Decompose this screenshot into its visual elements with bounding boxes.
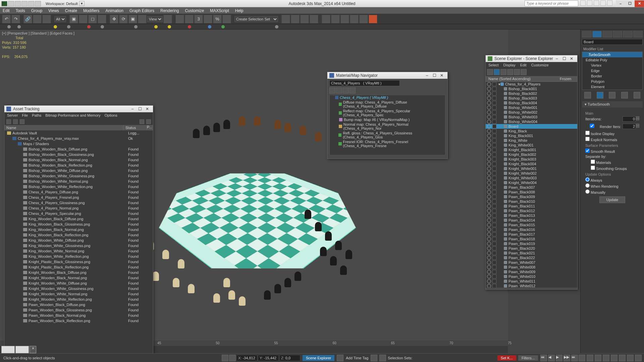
asset-row[interactable]: Knight_Wooden_White_Diffuse.pngFound xyxy=(4,281,153,286)
asset-row[interactable]: King_Wooden_Black_Normal.pngFound xyxy=(4,227,153,232)
minimize-button[interactable]: – xyxy=(616,0,625,7)
mod-element[interactable]: Element xyxy=(582,84,642,89)
bind-tool[interactable] xyxy=(42,15,51,23)
asset-row[interactable]: Knight_Wooden_White_Reflection.pngFound xyxy=(4,297,153,302)
percent-snap[interactable]: % xyxy=(213,15,222,23)
y-coord[interactable]: Y: -15,442 xyxy=(258,355,278,361)
asset-row[interactable]: Bishop_Wooden_Black_Normal.pngFound xyxy=(4,157,153,163)
object-name-input[interactable] xyxy=(582,39,643,45)
asset-row[interactable]: Knight_Wooden_White_Normal.pngFound xyxy=(4,291,153,297)
prev-frame[interactable]: ◀ xyxy=(548,355,555,361)
info-icon[interactable] xyxy=(587,0,592,6)
asset-row[interactable]: Chess_for_4_Players_max_vray.maxOk xyxy=(4,136,153,141)
scene-item[interactable]: Bishop_Black003 xyxy=(486,96,577,101)
at-tool[interactable] xyxy=(13,119,18,124)
at-refresh[interactable] xyxy=(140,119,144,124)
menu-group[interactable]: Group xyxy=(31,8,42,13)
at-menu-server[interactable]: Server xyxy=(7,113,18,117)
render-setup-tool[interactable] xyxy=(350,15,359,23)
unlink-tool[interactable] xyxy=(33,15,42,23)
scene-item[interactable]: Bishop_White003 xyxy=(486,115,577,119)
matnav-btn[interactable] xyxy=(350,87,356,94)
scene-item[interactable]: Pawn_Black015 xyxy=(486,223,577,227)
scene-item[interactable]: Pawn_Black022 xyxy=(486,255,577,260)
se-menu-edit[interactable]: Edit xyxy=(520,63,527,67)
viewport-all[interactable] xyxy=(603,355,609,361)
z-coord[interactable]: Z: 0,0 xyxy=(280,355,300,361)
asset-row[interactable]: King_Wooden_White_Reflection.pngFound xyxy=(4,254,153,259)
redo-tool[interactable]: ↷ xyxy=(11,15,20,23)
se-menu-display[interactable]: Display xyxy=(503,63,516,67)
material-row[interactable]: Normal map: Chess_4_Players_Normal (Ches… xyxy=(330,122,445,131)
modifier-stack[interactable]: TurboSmooth Editable Poly Vertex Edge Bo… xyxy=(582,52,643,90)
asset-tracking-window[interactable]: Asset Tracking – ☐ ✕ Server File Paths B… xyxy=(4,105,153,362)
se-maximize[interactable]: ☐ xyxy=(560,56,568,61)
open-btn[interactable] xyxy=(15,1,21,6)
filters-btn[interactable] xyxy=(371,355,377,361)
se-filter[interactable] xyxy=(507,69,513,75)
at-menu-bitmap[interactable]: Bitmap Performance and Memory xyxy=(45,113,100,117)
asset-row[interactable]: Bishop_Wooden_White_Normal.pngFound xyxy=(4,179,153,184)
spin-down[interactable] xyxy=(636,118,639,120)
new-btn[interactable] xyxy=(8,1,14,6)
asset-row[interactable]: Chess_4_Players_Normal.pngFound xyxy=(4,205,153,211)
dot-icon[interactable] xyxy=(275,25,278,28)
scene-item[interactable]: Pawn_Black011 xyxy=(486,204,577,208)
undo-tool[interactable]: ↶ xyxy=(2,15,11,23)
asset-row[interactable]: King_Wooden_Black_Glossiness.pngFound xyxy=(4,222,153,227)
scene-item[interactable]: Knight_White001 xyxy=(486,166,577,171)
scene-item[interactable]: Bishop_White004 xyxy=(486,119,577,124)
viewport-pan[interactable] xyxy=(579,355,585,361)
play[interactable]: ▶ xyxy=(556,355,562,361)
material-row[interactable]: Chess_4_Players ( VRayMtl ) xyxy=(330,95,445,100)
menu-create[interactable]: Create xyxy=(65,8,77,13)
scene-item[interactable]: Pawn_Black009 xyxy=(486,194,577,199)
dot-icon[interactable] xyxy=(17,25,21,28)
menu-views[interactable]: Views xyxy=(48,8,59,13)
dot-icon[interactable] xyxy=(208,25,211,28)
scene-item[interactable]: Knight_Black004 xyxy=(486,162,577,166)
select-by-name-tool[interactable] xyxy=(79,15,88,23)
materials-check[interactable] xyxy=(591,160,595,164)
se-col-name[interactable]: Name (Sorted Ascending) xyxy=(486,76,558,81)
material-row[interactable]: Reflect map: Chess_4_Players_Specular (C… xyxy=(330,109,445,117)
asset-row[interactable]: King_Wooden_Black_Diffuse.pngFound xyxy=(4,216,153,222)
menu-customize[interactable]: Customize xyxy=(185,8,204,13)
snap-toggle[interactable]: 3 xyxy=(194,15,203,23)
scene-item[interactable]: Bishop_White002 xyxy=(486,110,577,115)
matnav-close[interactable]: ✕ xyxy=(438,73,445,78)
scene-item[interactable]: Pawn_White007 xyxy=(486,260,577,265)
asset-row[interactable]: King_Wooden_White_Normal.pngFound xyxy=(4,248,153,254)
scene-item[interactable]: Pawn_White010 xyxy=(486,274,577,279)
star-icon[interactable] xyxy=(594,0,599,6)
se-menu-select[interactable]: Select xyxy=(488,63,499,67)
at-menu-paths[interactable]: Paths xyxy=(32,113,41,117)
dot-icon[interactable] xyxy=(221,25,225,28)
asset-row[interactable]: Pawn_Wooden_Black_Normal.pngFound xyxy=(4,313,153,318)
asset-row[interactable]: Knight_Plastic_Black_Glossiness.pngFound xyxy=(4,259,153,264)
pivot-center-tool[interactable] xyxy=(163,15,172,23)
matnav-btn[interactable] xyxy=(336,87,342,94)
asset-row[interactable]: King_Wooden_Black_Reflection.pngFound xyxy=(4,232,153,238)
asset-row[interactable]: Bishop_Wooden_White_Diffuse.pngFound xyxy=(4,168,153,173)
isoline-check[interactable] xyxy=(585,131,590,135)
app-menu-button[interactable]: 3 xyxy=(1,1,7,6)
select-region-tool[interactable]: ◻ xyxy=(88,15,97,23)
asset-row[interactable]: King_Wooden_White_Glossiness.pngFound xyxy=(4,243,153,248)
asset-row[interactable]: Chess_4_Players_Specular.pngFound xyxy=(4,211,153,216)
at-tool[interactable] xyxy=(6,119,11,124)
at-menu-file[interactable]: File xyxy=(22,113,28,117)
app-tab[interactable] xyxy=(1,346,15,353)
mod-vertex[interactable]: Vertex xyxy=(582,63,642,68)
align-tool[interactable] xyxy=(291,15,300,23)
dot-icon[interactable] xyxy=(101,25,104,28)
key-filters[interactable]: Filters... xyxy=(518,355,538,361)
scale-tool[interactable]: ▣ xyxy=(128,15,137,23)
se-filter[interactable] xyxy=(487,69,493,75)
at-close[interactable]: ✕ xyxy=(144,107,151,111)
turbosmooth-rollout-header[interactable]: ▾ TurboSmooth xyxy=(582,101,643,108)
app-tab[interactable] xyxy=(15,346,29,353)
menu-tools[interactable]: Tools xyxy=(16,8,25,13)
close-tab[interactable]: ✕ xyxy=(30,346,36,353)
dot-icon[interactable] xyxy=(134,25,138,28)
